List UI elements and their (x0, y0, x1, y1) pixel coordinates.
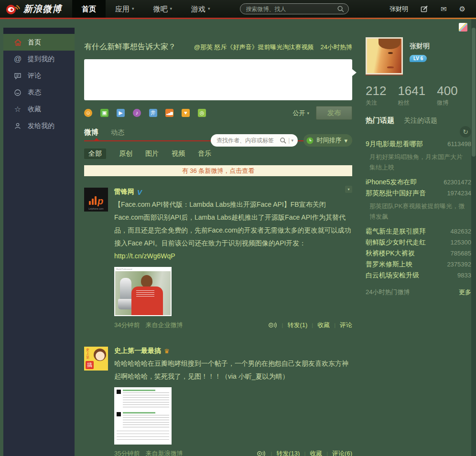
avatar-logo-bar (95, 196, 97, 205)
topic-row[interactable]: 普罗米修斯上映 2375392 (366, 259, 471, 270)
global-search-input[interactable] (246, 6, 337, 12)
video-icon[interactable]: ▶ (117, 109, 125, 117)
topbar-username[interactable]: 张财明 (389, 5, 408, 13)
publish-button[interactable]: 发布 (316, 106, 352, 120)
topic-row[interactable]: 朝鲜版少女时代走红 125300 (366, 237, 471, 248)
forward-link[interactable]: 转发(1) (287, 321, 307, 329)
sidebar-item-favorites[interactable]: ☆ 收藏 (3, 101, 75, 117)
topic-name[interactable]: 秋裤楼PK大裤衩 (366, 249, 451, 258)
nav-item-games[interactable]: 游戏 ▾ (182, 0, 220, 18)
more-link[interactable]: 更多 (459, 288, 471, 297)
sidebar-item-comments-label: 评论 (28, 72, 41, 80)
gear-icon[interactable]: ⚙ (459, 5, 465, 12)
stat-followers[interactable]: 1641 粉丝 (398, 84, 425, 107)
profile-avatar[interactable] (366, 37, 403, 74)
sidebar-item-mentions[interactable]: @ 提到我的 (3, 51, 75, 67)
sort-dropdown[interactable]: 时间排序 ▾ (303, 134, 352, 147)
topic-name[interactable]: 9月电影最想看哪部 (366, 140, 447, 148)
post-avatar[interactable]: 史上第一 搞 (84, 347, 108, 371)
feed-search-input[interactable] (216, 137, 280, 144)
tab-hot-topics[interactable]: 热门话题 (366, 116, 394, 125)
music-icon[interactable]: ♪ (133, 109, 141, 117)
visibility-dropdown[interactable]: 公开 ▾ (292, 109, 309, 117)
scrollbar-thumb[interactable] (472, 28, 476, 157)
post-source[interactable]: 来自企业微博 (145, 321, 183, 329)
search-icon[interactable] (337, 5, 345, 13)
filter-videos[interactable]: 视频 (172, 149, 185, 158)
topic-row[interactable]: 那英怒批中国好声音 1974234 (366, 188, 471, 199)
topic-name[interactable]: 普罗米修斯上映 (366, 260, 447, 269)
chart-icon[interactable]: ▂▄▆ (165, 109, 173, 117)
compose-textarea[interactable] (84, 59, 352, 100)
nav-item-home[interactable]: 首页 (72, 0, 106, 18)
post-source[interactable]: 来自新浪微博 (145, 449, 183, 456)
topic-row[interactable]: 9月电影最想看哪部 6113498 (366, 138, 471, 149)
post-time[interactable]: 35分钟前 (114, 449, 140, 456)
post-username[interactable]: 史上第一最最搞 (114, 347, 161, 355)
level-badge[interactable]: LV 6 (410, 55, 427, 62)
filter-all[interactable]: 全部 (84, 148, 106, 159)
page-scrollbar[interactable] (471, 19, 476, 456)
post-body: 雷锋网 V 【Face.com API替代版：Lambda Labs推出开源Fa… (114, 188, 352, 329)
stat-following[interactable]: 212 关注 (366, 84, 386, 107)
forward-link[interactable]: 转发(13) (276, 449, 300, 456)
comment-link[interactable]: 评论 (340, 321, 352, 329)
weibo-logo[interactable]: 新浪微博 (0, 3, 68, 15)
tab-dongtai[interactable]: 动态 (111, 128, 124, 137)
heart-icon[interactable]: ♥ (182, 109, 190, 117)
filter-original[interactable]: 原创 (119, 149, 132, 158)
post-username[interactable]: 雷锋网 (114, 188, 134, 196)
emoticon-icon[interactable]: ☺ (84, 109, 92, 117)
hot-24h-link[interactable]: 24小时热博 (321, 43, 352, 52)
topic-row[interactable]: iPhone5发布在即 62301472 (366, 177, 471, 188)
reaction-bubble-icon[interactable] (257, 450, 266, 456)
tab-followed-topics[interactable]: 关注的话题 (404, 117, 437, 125)
favorite-link[interactable]: 收藏 (317, 321, 330, 329)
topic-name[interactable]: 朝鲜版少女时代走红 (366, 238, 451, 247)
tab-weibo[interactable]: 微博 (84, 128, 98, 137)
longweibo-icon[interactable]: ◎ (198, 109, 206, 117)
hot-topic-link[interactable]: @那英 怒斥《好声音》提前曝光淘汰赛视频 (194, 43, 314, 52)
topic-row[interactable]: 白云机场安检升级 9833 (366, 270, 471, 281)
topic-name[interactable]: 霸气新生是朕引膜拜 (366, 227, 451, 236)
post-time[interactable]: 34分钟前 (114, 321, 140, 329)
compose-icon[interactable] (421, 5, 428, 13)
search-icon[interactable] (280, 137, 287, 144)
refresh-row: ↻ (366, 126, 471, 138)
post-avatar[interactable]: p Leiphone.com (84, 188, 108, 212)
change-skin-icon[interactable] (459, 23, 467, 32)
topic-name[interactable]: 那英怒批中国好声音 (366, 189, 447, 198)
sidebar-item-comments[interactable]: 评论 (3, 67, 75, 84)
sidebar-item-home[interactable]: 首页 (3, 34, 75, 51)
comment-link[interactable]: 评论(6) (332, 449, 352, 456)
nav-item-weiba[interactable]: 微吧 ▾ (144, 0, 182, 18)
post-collapse-button[interactable]: ▾ (345, 186, 352, 193)
stat-posts[interactable]: 400 微博 (437, 84, 457, 107)
topic-row[interactable]: 霸气新生是朕引膜拜 482632 (366, 226, 471, 237)
sidebar-item-reactions[interactable]: 表态 (3, 84, 75, 101)
topic-name[interactable]: 白云机场安检升级 (366, 271, 457, 280)
post-image-golfer[interactable]: World Professional (114, 267, 172, 316)
refresh-icon[interactable]: ↻ (460, 126, 471, 138)
image-icon[interactable]: ▣ (100, 109, 108, 117)
filter-music[interactable]: 音乐 (198, 149, 211, 158)
global-search-box[interactable] (240, 3, 349, 14)
topic-icon[interactable]: 井 (149, 109, 157, 117)
nav-item-apps[interactable]: 应用 ▾ (106, 0, 144, 18)
filter-pictures[interactable]: 图片 (145, 149, 159, 158)
sidebar-item-messages[interactable]: 发给我的 (3, 117, 75, 134)
profile-name[interactable]: 张财明 (410, 42, 430, 51)
hot-24h-weibo-link[interactable]: 24小时热门微博 (366, 288, 410, 297)
feed-search-box[interactable]: | ▾ (211, 134, 298, 147)
chevron-down-icon: ▾ (208, 0, 210, 18)
compose-prompt: 有什么新鲜事想告诉大家？ (84, 42, 176, 52)
post-image-screenshot[interactable] (114, 387, 172, 445)
topic-row[interactable]: 秋裤楼PK大裤衩 785685 (366, 248, 471, 259)
new-posts-notice[interactable]: 有 36 条新微博，点击查看 (84, 165, 352, 176)
mail-icon[interactable]: ✉ (441, 5, 447, 12)
post-shortlink[interactable]: http://t.cn/zWg6WqP (114, 252, 175, 260)
chevron-down-icon[interactable]: ▾ (291, 138, 293, 143)
topic-name[interactable]: iPhone5发布在即 (366, 178, 444, 187)
reaction-bubble-icon[interactable] (268, 322, 278, 329)
favorite-link[interactable]: 收藏 (310, 449, 322, 456)
